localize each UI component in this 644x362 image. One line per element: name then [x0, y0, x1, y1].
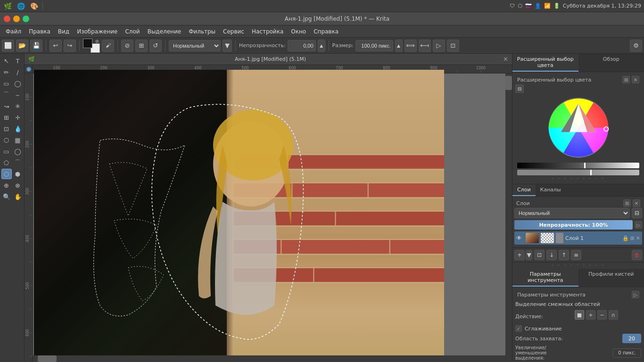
opacity-input[interactable] [288, 40, 316, 51]
vertical-scrollbar[interactable] [505, 74, 512, 355]
tool-params-tab[interactable]: Параметры инструмента [512, 269, 578, 287]
size-up[interactable]: ▲ [395, 40, 403, 52]
tool-brush-fg[interactable]: 🖌 [102, 40, 114, 52]
size-input[interactable] [355, 40, 393, 51]
menu-select[interactable]: Выделение [144, 27, 185, 36]
tool-magnetic-select[interactable]: ⊕ [1, 180, 12, 190]
saturation-slider[interactable] [517, 170, 639, 175]
menu-window[interactable]: Окно [287, 27, 310, 36]
tool-dynamic[interactable]: ↝ [1, 101, 12, 111]
tool-zoom[interactable]: 🔍 [1, 191, 12, 202]
close-button[interactable] [4, 16, 10, 22]
color-swatches[interactable]: ⟳ [83, 39, 100, 53]
copy-layer-btn[interactable]: ⊡ [534, 250, 545, 260]
tool-similar-select[interactable]: ⬢ [13, 169, 23, 179]
tool-settings[interactable]: ⚙ [630, 40, 642, 52]
layers-close[interactable]: ✕ [633, 199, 640, 207]
opacity-expand[interactable]: ▷ [635, 221, 642, 229]
menu-edit[interactable]: Правка [25, 27, 54, 36]
photo-canvas[interactable] [34, 70, 444, 362]
h-scrollbar-thumb[interactable] [38, 355, 57, 362]
tool-freeform[interactable]: ⌒ [1, 90, 12, 100]
action-replace[interactable]: ■ [575, 310, 584, 320]
layer-properties-btn[interactable]: ≡ [571, 250, 581, 260]
layer-blend-select[interactable]: Нормальный [514, 208, 630, 218]
tool-extra1[interactable]: ▼ [223, 40, 232, 52]
tool-save[interactable]: 💾 [30, 40, 42, 52]
layers-config[interactable]: ⊞ [623, 199, 631, 207]
tool-multibrush[interactable]: ✳ [13, 101, 23, 111]
tool-redo[interactable]: ↪ [64, 40, 76, 52]
browser-icon[interactable]: 🌐 [16, 1, 25, 11]
channels-tab[interactable]: Каналы [536, 184, 566, 196]
tool-extra3[interactable]: ⊡ [447, 40, 459, 52]
tool-crop[interactable]: ⊡ [1, 123, 12, 134]
menu-settings[interactable]: Настройка [248, 27, 287, 36]
tool-ellipse-select[interactable]: ◯ [13, 146, 23, 156]
layer-alpha-lock-icon[interactable]: ⊞ [630, 235, 635, 241]
color-wheel[interactable] [545, 95, 611, 161]
tool-contiguous-select[interactable]: ⬡ [1, 169, 12, 179]
tool-preset[interactable]: ⊞ [135, 40, 148, 52]
layer-up-btn[interactable]: ↑ [559, 250, 569, 260]
horizontal-scrollbar[interactable] [33, 355, 505, 362]
v-scrollbar-thumb[interactable] [505, 76, 512, 90]
tool-line[interactable]: / [13, 67, 23, 77]
color-panel-config[interactable]: ⊞ [622, 76, 630, 83]
layer-filter-btn[interactable]: ⊟ [632, 208, 642, 218]
tool-cursor[interactable]: ↖ [1, 56, 12, 66]
layer-item-1[interactable]: 👁 Слой 1 🔒 ⊞ ✕ [514, 231, 642, 245]
tool-paint[interactable]: ✏ [1, 67, 12, 77]
tool-options-expand[interactable]: ▷ [632, 291, 639, 298]
menu-image[interactable]: Изображение [73, 27, 121, 36]
canvas-content[interactable]: 100 200 300 400 500 600 700 800 900 1000 [25, 65, 512, 362]
lightness-slider[interactable] [517, 163, 639, 168]
layer-eye-icon[interactable]: 👁 [516, 235, 524, 241]
action-subtract[interactable]: − [597, 310, 607, 320]
delete-layer-btn[interactable]: 🗑 [632, 250, 642, 260]
maximize-button[interactable] [23, 16, 29, 22]
color-wheel-container[interactable] [515, 95, 641, 161]
add-layer-dropdown[interactable]: ▼ [526, 250, 532, 260]
add-layer-btn[interactable]: + [514, 250, 525, 260]
layer-down-btn[interactable]: ↓ [546, 250, 557, 260]
layers-tab[interactable]: Слои [512, 184, 536, 196]
tool-transform[interactable]: ⊞ [1, 112, 12, 123]
action-intersect[interactable]: ∩ [609, 310, 618, 320]
tool-fill[interactable]: ⬡ [1, 135, 12, 145]
menu-view[interactable]: Вид [54, 27, 73, 36]
tool-refresh[interactable]: ↺ [149, 40, 162, 52]
tool-eyedropper[interactable]: 💧 [13, 123, 23, 134]
tool-bezier[interactable]: ⌣ [13, 90, 23, 100]
color-mode-icon[interactable]: ⊟ [515, 84, 524, 93]
tool-gradient[interactable]: ▦ [13, 135, 23, 145]
tool-move[interactable]: ✛ [13, 112, 23, 123]
menu-help[interactable]: Справка [310, 27, 342, 36]
tool-extra2[interactable]: ▷ [433, 40, 445, 52]
opacity-bar[interactable]: Непрозрачность: 100% [514, 220, 633, 230]
tool-open[interactable]: 📂 [16, 40, 28, 52]
blend-mode-select[interactable]: Нормальный [169, 40, 221, 51]
os-icon[interactable]: 🌿 [3, 1, 12, 11]
action-add[interactable]: + [586, 310, 595, 320]
tool-mirror-v[interactable]: ⟻ [419, 40, 431, 52]
expand-value[interactable]: 0 пикс. [613, 348, 641, 358]
tool-undo[interactable]: ↩ [50, 40, 62, 52]
tool-new[interactable]: ⬜ [2, 40, 14, 52]
menu-tools[interactable]: Сервис [219, 27, 248, 36]
saturation-handle[interactable] [590, 170, 592, 175]
tool-ellipse-paint[interactable]: ◯ [13, 78, 23, 89]
lightness-handle[interactable] [584, 163, 586, 168]
menu-filters[interactable]: Фильтры [185, 27, 219, 36]
tool-poly-select[interactable]: ⬠ [1, 157, 12, 168]
menu-file[interactable]: Файл [2, 27, 25, 36]
tool-bezier-select[interactable]: ⊗ [13, 180, 23, 190]
tool-freeselect[interactable]: ⌒ [13, 157, 23, 168]
tool-rect-select[interactable]: ▭ [1, 146, 12, 156]
capture-value[interactable]: 20 [622, 334, 641, 343]
color-tab-overview[interactable]: Обзор [578, 54, 644, 72]
smooth-checkbox[interactable]: ✓ [515, 325, 522, 332]
opacity-up[interactable]: ▲ [318, 40, 325, 52]
tool-erase[interactable]: ⊘ [121, 40, 133, 52]
layer-lock-icon[interactable]: 🔒 [622, 235, 629, 241]
